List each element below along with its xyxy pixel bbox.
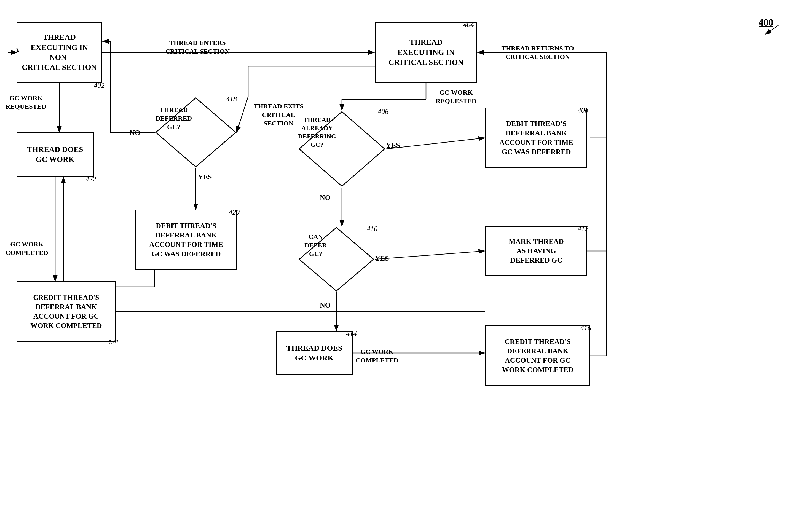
node-408: DEBIT THREAD'S DEFERRAL BANK ACCOUNT FOR… xyxy=(485,108,587,168)
svg-line-33 xyxy=(765,25,779,34)
ref-414: 414 xyxy=(346,330,357,338)
label-418-yes: YES xyxy=(198,172,212,182)
node-420: DEBIT THREAD'S DEFERRAL BANK ACCOUNT FOR… xyxy=(135,210,237,270)
ref-410: 410 xyxy=(367,225,377,233)
svg-line-7 xyxy=(386,138,485,149)
ref-402: 402 xyxy=(94,81,104,90)
label-gc-work-completed-left: GC WORKCOMPLETED xyxy=(5,240,48,257)
label-406-yes: YES xyxy=(386,141,400,150)
ref-412: 412 xyxy=(578,225,589,233)
label-410-yes: YES xyxy=(375,254,389,263)
label-410-no: NO xyxy=(320,301,331,310)
ref-424: 424 xyxy=(107,338,118,346)
node-414: THREAD DOES GC WORK xyxy=(276,331,353,375)
node-410: CANDEFERGC? xyxy=(298,226,375,292)
node-412: MARK THREAD AS HAVING DEFERRED GC xyxy=(485,226,587,276)
ref-408: 408 xyxy=(578,106,589,114)
flowchart-diagram: THREAD EXECUTING IN NON- CRITICAL SECTIO… xyxy=(0,0,812,529)
node-404: THREAD EXECUTING IN CRITICAL SECTION xyxy=(375,22,477,83)
label-gc-work-completed-right: GC WORKCOMPLETED xyxy=(356,347,398,364)
label-gc-work-requested-left: GC WORKREQUESTED xyxy=(5,94,46,111)
ref-422: 422 xyxy=(86,175,96,183)
svg-line-21 xyxy=(236,97,248,132)
label-thread-enters: THREAD ENTERSCRITICAL SECTION xyxy=(165,39,230,56)
label-418-no: NO xyxy=(130,128,140,138)
node-416: CREDIT THREAD'S DEFERRAL BANK ACCOUNT FO… xyxy=(485,326,590,386)
ref-arrow-400 xyxy=(757,22,784,39)
node-418: THREADDEFERREDGC? xyxy=(155,97,237,168)
label-thread-returns: THREAD RETURNS TOCRITICAL SECTION xyxy=(485,44,590,61)
ref-406: 406 xyxy=(378,108,389,116)
node-424: CREDIT THREAD'S DEFERRAL BANK ACCOUNT FO… xyxy=(16,281,116,342)
node-422: THREAD DOES GC WORK xyxy=(16,132,94,176)
ref-404: 404 xyxy=(463,21,474,29)
node-402: THREAD EXECUTING IN NON- CRITICAL SECTIO… xyxy=(16,22,102,83)
label-gc-work-requested-right: GC WORKREQUESTED xyxy=(436,88,476,105)
ref-416: 416 xyxy=(580,324,591,332)
ref-420: 420 xyxy=(229,208,240,216)
node-406: THREADALREADYDEFERRINGGC? xyxy=(298,110,386,188)
svg-line-9 xyxy=(375,251,485,259)
label-406-no: NO xyxy=(320,193,331,202)
ref-418: 418 xyxy=(226,95,237,103)
